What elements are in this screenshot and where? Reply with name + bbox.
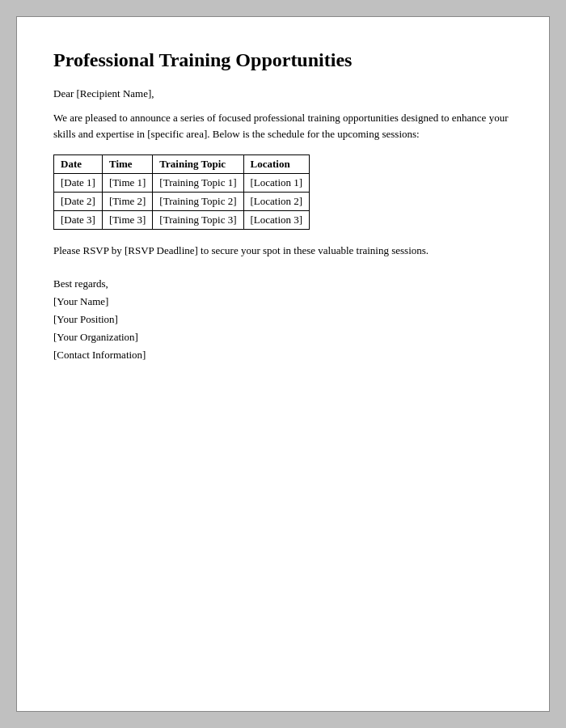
closing-block: Best regards, [Your Name] [Your Position…	[53, 275, 513, 364]
rsvp-text: Please RSVP by [RSVP Deadline] to secure…	[53, 243, 513, 259]
table-cell: [Time 2]	[102, 193, 152, 211]
table-cell: [Date 2]	[54, 193, 103, 211]
table-cell: [Location 1]	[243, 174, 310, 193]
document-title: Professional Training Opportunities	[53, 49, 513, 71]
closing-position: [Your Position]	[53, 311, 513, 328]
table-header-row: Date Time Training Topic Location	[54, 155, 310, 174]
table-cell: [Time 1]	[102, 174, 152, 193]
table-cell: [Location 2]	[243, 193, 310, 211]
table-cell: [Training Topic 1]	[153, 174, 243, 193]
closing-name: [Your Name]	[53, 293, 513, 311]
table-cell: [Date 1]	[54, 174, 103, 193]
table-cell: [Training Topic 3]	[153, 211, 243, 230]
table-cell: [Time 3]	[102, 211, 152, 230]
col-header-topic: Training Topic	[153, 155, 243, 174]
salutation: Dear [Recipient Name],	[53, 87, 513, 100]
table-cell: [Training Topic 2]	[153, 193, 243, 211]
body-paragraph: We are pleased to announce a series of f…	[53, 110, 513, 142]
closing-contact: [Contact Information]	[53, 346, 513, 364]
table-cell: [Location 3]	[243, 211, 310, 230]
col-header-location: Location	[243, 155, 310, 174]
table-row: [Date 3][Time 3][Training Topic 3][Locat…	[54, 211, 310, 230]
table-row: [Date 2][Time 2][Training Topic 2][Locat…	[54, 193, 310, 211]
col-header-time: Time	[102, 155, 152, 174]
closing-organization: [Your Organization]	[53, 328, 513, 346]
closing-regards: Best regards,	[53, 275, 513, 293]
table-cell: [Date 3]	[54, 211, 103, 230]
table-row: [Date 1][Time 1][Training Topic 1][Locat…	[54, 174, 310, 193]
col-header-date: Date	[54, 155, 103, 174]
document-page: Professional Training Opportunities Dear…	[16, 16, 550, 712]
schedule-table: Date Time Training Topic Location [Date …	[53, 154, 310, 230]
